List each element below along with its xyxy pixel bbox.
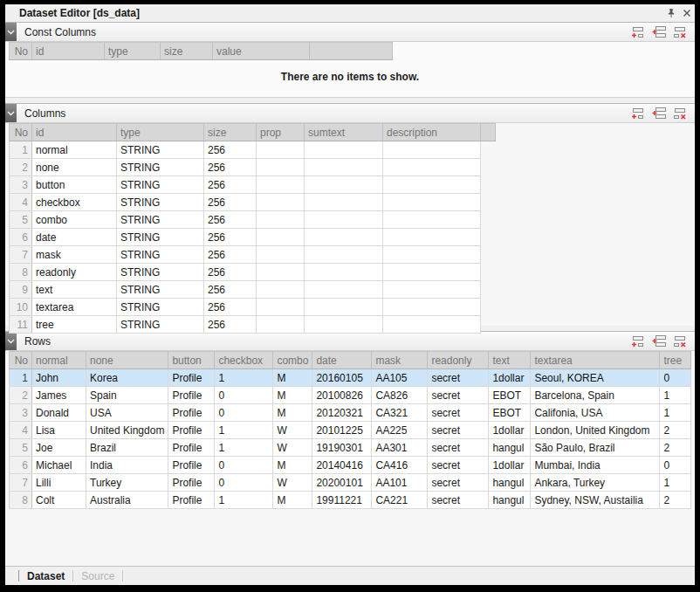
table-cell[interactable]: W xyxy=(273,474,312,492)
column-header[interactable]: text xyxy=(489,352,531,369)
table-cell[interactable]: 1 xyxy=(215,422,273,439)
table-cell[interactable]: 1 xyxy=(660,404,691,422)
row-number-cell[interactable]: 3 xyxy=(10,176,32,194)
table-cell[interactable]: 256 xyxy=(204,229,257,246)
table-cell[interactable] xyxy=(257,159,305,176)
table-cell[interactable]: W xyxy=(273,422,312,439)
add-row-button[interactable] xyxy=(629,334,646,348)
table-cell[interactable]: secret xyxy=(428,369,489,387)
tab-source[interactable]: Source xyxy=(81,570,114,582)
table-cell[interactable]: Sydney, NSW, Austailia xyxy=(531,492,660,509)
table-cell[interactable]: AA225 xyxy=(372,422,428,439)
row-number-cell[interactable]: 6 xyxy=(10,457,32,474)
column-header[interactable]: type xyxy=(117,124,204,141)
pin-button[interactable] xyxy=(663,6,679,20)
table-cell[interactable]: hangul xyxy=(489,474,531,492)
table-row[interactable]: 11treeSTRING256 xyxy=(10,316,496,334)
table-cell[interactable]: STRING xyxy=(117,229,204,246)
row-number-cell[interactable]: 10 xyxy=(10,299,32,316)
table-cell[interactable] xyxy=(383,316,481,334)
table-cell[interactable]: Califonia, USA xyxy=(531,404,660,422)
insert-row-button[interactable] xyxy=(650,334,667,348)
column-header[interactable]: textarea xyxy=(531,352,660,369)
table-cell[interactable]: 0 xyxy=(660,369,691,387)
table-cell[interactable]: EBOT xyxy=(489,387,531,404)
column-header[interactable]: No xyxy=(10,43,32,60)
row-number-cell[interactable]: 6 xyxy=(10,229,32,246)
table-cell[interactable]: Profile xyxy=(168,439,215,457)
table-cell[interactable]: 20120321 xyxy=(312,404,372,422)
table-cell[interactable]: 256 xyxy=(204,299,257,316)
table-row[interactable]: 10textareaSTRING256 xyxy=(10,299,496,316)
collapse-button[interactable] xyxy=(5,332,17,350)
column-header[interactable]: sumtext xyxy=(305,124,383,141)
column-header[interactable]: mask xyxy=(372,352,428,369)
table-cell[interactable] xyxy=(257,316,305,334)
table-cell[interactable]: textarea xyxy=(32,299,117,316)
table-cell[interactable] xyxy=(305,281,383,299)
table-cell[interactable] xyxy=(383,264,481,281)
table-cell[interactable]: STRING xyxy=(117,194,204,211)
table-row[interactable]: 3buttonSTRING256 xyxy=(10,176,496,194)
table-row[interactable]: 1normalSTRING256 xyxy=(10,141,496,159)
table-cell[interactable]: 256 xyxy=(204,246,257,264)
delete-row-button[interactable] xyxy=(671,334,688,348)
table-cell[interactable]: secret xyxy=(428,387,489,404)
row-number-cell[interactable]: 2 xyxy=(10,159,32,176)
table-row[interactable]: 7maskSTRING256 xyxy=(10,246,496,264)
table-cell[interactable]: London, United Kingdom xyxy=(531,422,660,439)
column-header[interactable]: tree xyxy=(660,352,691,369)
table-cell[interactable]: none xyxy=(32,159,117,176)
table-cell[interactable]: Australia xyxy=(86,492,168,509)
row-number-cell[interactable]: 7 xyxy=(10,474,32,492)
column-header[interactable]: date xyxy=(312,352,372,369)
row-number-cell[interactable]: 9 xyxy=(10,281,32,299)
table-cell[interactable]: CA321 xyxy=(372,404,428,422)
table-cell[interactable]: secret xyxy=(428,474,489,492)
table-cell[interactable]: USA xyxy=(86,404,168,422)
table-cell[interactable]: 0 xyxy=(215,387,273,404)
table-cell[interactable] xyxy=(383,211,481,229)
table-row[interactable]: 8readonlySTRING256 xyxy=(10,264,496,281)
table-cell[interactable]: 256 xyxy=(204,264,257,281)
table-row[interactable]: 1JohnKoreaProfile1M20160105AA105secret1d… xyxy=(10,369,691,387)
table-cell[interactable] xyxy=(383,159,481,176)
table-row[interactable]: 6dateSTRING256 xyxy=(10,229,496,246)
table-cell[interactable] xyxy=(383,281,481,299)
table-cell[interactable]: STRING xyxy=(117,176,204,194)
table-cell[interactable]: James xyxy=(32,387,86,404)
table-cell[interactable]: United Kingdom xyxy=(86,422,168,439)
table-cell[interactable]: Profile xyxy=(168,422,215,439)
table-cell[interactable]: 1 xyxy=(215,369,273,387)
table-cell[interactable]: 1 xyxy=(215,439,273,457)
table-row[interactable]: 5JoeBrazilProfile1W19190301AA301secretha… xyxy=(10,439,691,457)
table-cell[interactable] xyxy=(257,264,305,281)
column-header[interactable]: readonly xyxy=(428,352,489,369)
table-cell[interactable]: hangul xyxy=(489,492,531,509)
table-cell[interactable]: 20140416 xyxy=(312,457,372,474)
table-cell[interactable]: STRING xyxy=(117,159,204,176)
table-row[interactable]: 2noneSTRING256 xyxy=(10,159,496,176)
table-cell[interactable]: Profile xyxy=(168,474,215,492)
table-cell[interactable]: M xyxy=(273,457,312,474)
table-cell[interactable]: 0 xyxy=(215,404,273,422)
table-cell[interactable] xyxy=(257,281,305,299)
table-cell[interactable] xyxy=(305,246,383,264)
table-cell[interactable]: M xyxy=(273,369,312,387)
table-cell[interactable] xyxy=(305,194,383,211)
column-header[interactable]: No xyxy=(10,124,32,141)
table-cell[interactable]: AA105 xyxy=(372,369,428,387)
column-header[interactable]: description xyxy=(383,124,481,141)
add-row-button[interactable] xyxy=(629,25,646,39)
table-cell[interactable]: Korea xyxy=(86,369,168,387)
table-cell[interactable]: Colt xyxy=(32,492,86,509)
insert-row-button[interactable] xyxy=(650,25,667,39)
delete-row-button[interactable] xyxy=(671,25,688,39)
insert-row-button[interactable] xyxy=(650,107,667,120)
table-cell[interactable]: 1 xyxy=(660,474,691,492)
column-header[interactable]: size xyxy=(204,124,257,141)
table-cell[interactable]: 1 xyxy=(660,387,691,404)
table-cell[interactable] xyxy=(257,211,305,229)
table-cell[interactable]: hangul xyxy=(489,439,531,457)
row-number-cell[interactable]: 1 xyxy=(10,141,32,159)
